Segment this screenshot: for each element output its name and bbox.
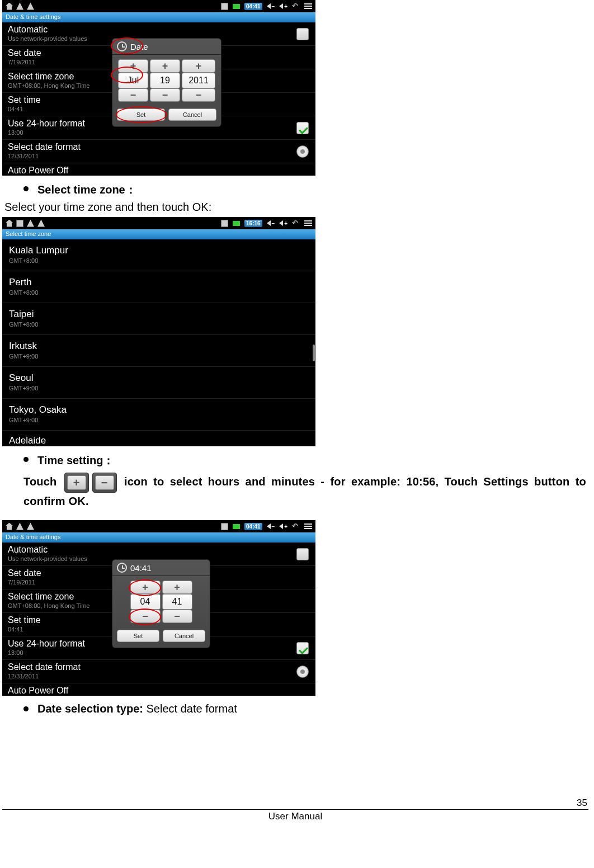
decrement-button[interactable]: − (130, 610, 161, 623)
increment-button[interactable]: + (150, 59, 180, 73)
checkbox-checked-icon[interactable] (296, 122, 309, 134)
minute-value[interactable]: 41 (162, 594, 192, 610)
timezone-item[interactable]: Kuala Lumpur GMT+8:00 (2, 239, 315, 271)
volume-up-icon[interactable]: + (279, 3, 287, 10)
clock-icon (117, 41, 127, 51)
settings-header: Date & time settings (2, 532, 315, 542)
increment-button[interactable]: + (130, 581, 161, 594)
home-icon[interactable] (6, 523, 13, 530)
bullet-icon (23, 706, 29, 711)
radio-icon[interactable] (296, 666, 309, 678)
back-icon[interactable]: ↶ (292, 220, 300, 227)
year-value[interactable]: 2011 (182, 73, 215, 88)
instruction-text: Touch +− icon to select hours and minute… (2, 471, 588, 520)
screenshot-timezone-list: 16:16 – + ↶ Select time zone Kuala Lumpu… (2, 217, 315, 446)
bullet-date-format: Date selection type: Select date format (23, 702, 588, 715)
volume-up-icon[interactable]: + (279, 523, 287, 530)
status-bar: 16:16 – + ↶ (2, 217, 315, 229)
screenshot-date-settings: 04:41 – + ↶ Date & time settings Automat… (2, 0, 315, 176)
home-icon[interactable] (6, 3, 13, 10)
scrollbar-thumb[interactable] (313, 345, 315, 361)
battery-icon (233, 221, 240, 226)
bullet-select-timezone: Select time zone： (23, 182, 588, 197)
back-icon[interactable]: ↶ (292, 523, 300, 530)
notification-icon (16, 220, 23, 227)
battery-icon (233, 4, 240, 9)
screenshot-time-settings: 04:41 – + ↶ Date & time settings Automat… (2, 520, 315, 696)
menu-icon[interactable] (304, 3, 312, 9)
increment-button[interactable]: + (162, 581, 192, 594)
volume-down-icon[interactable]: – (267, 3, 275, 10)
settings-header: Select time zone (2, 229, 315, 239)
bullet-time-setting: Time setting： (23, 453, 588, 468)
date-picker-dialog: Date + Jul − + 19 − + 2011 − Set Can (112, 38, 221, 127)
instruction-text: Select your time zone and then touch OK: (2, 201, 588, 217)
status-time: 16:16 (244, 220, 262, 227)
warning-icon (16, 523, 23, 530)
month-spinner: + Jul − (118, 59, 148, 102)
bullet-icon (23, 186, 29, 191)
page-number: 35 (577, 798, 587, 809)
setting-auto-power-off[interactable]: Auto Power Off (2, 163, 315, 176)
home-icon[interactable] (6, 220, 13, 227)
timezone-item[interactable]: Irkutsk GMT+9:00 (2, 335, 315, 367)
decrement-button[interactable]: − (182, 88, 215, 102)
minute-spinner: + 41 − (162, 581, 192, 623)
warning-icon (27, 3, 34, 10)
volume-up-icon[interactable]: + (279, 220, 287, 227)
timezone-item[interactable]: Taipei GMT+8:00 (2, 303, 315, 335)
battery-icon (233, 524, 240, 529)
page-footer: 35 User Manual (2, 809, 588, 822)
set-button[interactable]: Set (117, 108, 165, 121)
timezone-item[interactable]: Seoul GMT+9:00 (2, 367, 315, 399)
plus-icon: + (64, 473, 89, 493)
sd-icon (221, 3, 228, 10)
set-button[interactable]: Set (117, 630, 159, 642)
checkbox-icon[interactable] (296, 548, 309, 560)
volume-down-icon[interactable]: – (267, 523, 275, 530)
warning-icon (27, 220, 34, 227)
setting-date-format[interactable]: Select date format 12/31/2011 (2, 660, 315, 683)
day-spinner: + 19 − (150, 59, 180, 102)
radio-icon[interactable] (296, 145, 309, 158)
warning-icon (16, 3, 23, 10)
status-bar: 04:41 – + ↶ (2, 0, 315, 12)
warning-icon (27, 523, 34, 530)
month-value[interactable]: Jul (118, 73, 148, 88)
increment-button[interactable]: + (182, 59, 215, 73)
back-icon[interactable]: ↶ (292, 3, 300, 10)
setting-auto-power-off[interactable]: Auto Power Off (2, 683, 315, 696)
time-picker-dialog: 04:41 + 04 − + 41 − Set Cancel (112, 559, 210, 648)
dialog-title: Date (130, 42, 148, 51)
minus-icon: − (92, 473, 117, 493)
dialog-title: 04:41 (130, 563, 152, 573)
year-spinner: + 2011 − (182, 59, 215, 102)
cancel-button[interactable]: Cancel (163, 630, 205, 642)
warning-icon (37, 220, 45, 227)
increment-button[interactable]: + (118, 59, 148, 73)
clock-icon (117, 563, 127, 573)
setting-date-format[interactable]: Select date format 12/31/2011 (2, 140, 315, 163)
bullet-icon (23, 457, 29, 462)
timezone-item[interactable]: Perth GMT+8:00 (2, 271, 315, 303)
timezone-item[interactable]: Adelaide (2, 431, 315, 446)
decrement-button[interactable]: − (118, 88, 148, 102)
menu-icon[interactable] (304, 523, 312, 529)
sd-icon (221, 220, 228, 227)
checkbox-checked-icon[interactable] (296, 642, 309, 654)
volume-down-icon[interactable]: – (267, 220, 275, 227)
menu-icon[interactable] (304, 220, 312, 226)
status-time: 04:41 (244, 3, 262, 10)
hour-value[interactable]: 04 (130, 594, 161, 610)
checkbox-icon[interactable] (296, 28, 309, 40)
status-bar: 04:41 – + ↶ (2, 520, 315, 532)
decrement-button[interactable]: − (162, 610, 192, 623)
settings-header: Date & time settings (2, 12, 315, 22)
footer-text: User Manual (268, 811, 322, 822)
timezone-item[interactable]: Tokyo, Osaka GMT+9:00 (2, 399, 315, 431)
status-time: 04:41 (244, 523, 262, 530)
decrement-button[interactable]: − (150, 88, 180, 102)
day-value[interactable]: 19 (150, 73, 180, 88)
hour-spinner: + 04 − (130, 581, 161, 623)
cancel-button[interactable]: Cancel (168, 108, 216, 121)
